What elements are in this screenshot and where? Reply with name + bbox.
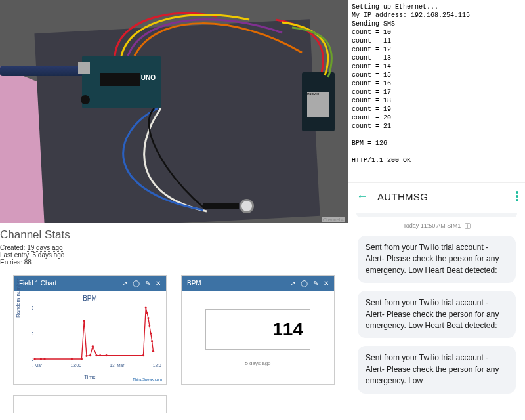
info-icon[interactable]: i [465,223,471,229]
day-separator: Today 11:50 AM SIM1 i [348,222,525,229]
arduino-power-jack [81,95,90,104]
channel-stats-lines: Created: 19 days ago Last entry: 5 days … [0,244,348,266]
svg-text:12:00: 12:00 [71,363,82,368]
empty-panel [13,395,167,413]
sms-bubble[interactable]: Sent from your Twilio trial account - Al… [358,346,516,393]
svg-point-7 [33,358,35,360]
day-label: Today 11:50 AM SIM1 [403,222,461,229]
svg-point-11 [81,358,83,360]
svg-point-18 [105,354,107,356]
panel-edit-icon[interactable]: ✎ [145,280,150,287]
bpm-panel-title: BPM [187,280,201,287]
svg-point-23 [148,325,150,327]
field-chart-body: BPM Random number 010020012. Mar12:0013.… [14,291,166,384]
header-shadow [356,213,517,217]
svg-point-21 [146,312,148,314]
sms-bubble[interactable]: Sent from your Twilio trial account - Al… [358,236,516,283]
svg-point-22 [147,317,149,319]
thingspeak-dashboard: Channel Stats Created: 19 days ago Last … [0,223,348,420]
svg-point-20 [145,306,147,308]
svg-point-16 [95,354,97,356]
bpm-panel-header: BPM ↗ ◯ ✎ ✕ [182,276,334,291]
svg-point-9 [43,358,45,360]
panel-refresh-icon[interactable]: ◯ [301,280,308,287]
entries-value: 88 [24,259,32,266]
svg-point-19 [142,354,144,356]
svg-point-26 [152,350,154,352]
svg-point-17 [99,354,101,356]
svg-text:200: 200 [32,306,33,310]
last-entry-value: 5 days ago [32,251,64,259]
sensor-plug [203,203,239,209]
svg-point-8 [40,358,42,360]
chart-ylabel: Random number [15,278,21,318]
arduino-chip [100,73,140,86]
svg-point-15 [92,345,94,347]
svg-point-10 [71,358,73,360]
arduino-label: UNO [141,74,156,81]
bpm-panel-body: 114 5 days ago [182,291,334,384]
channel-stats-heading: Channel Stats [0,228,348,242]
svg-text:0: 0 [32,357,33,362]
back-arrow-icon[interactable]: ← [356,190,368,203]
field-chart-title: Field 1 Chart [19,280,56,287]
chart-xlabel: Time [84,374,95,380]
usb-cable [0,66,85,76]
bpm-value: 114 [205,309,310,350]
field-chart-panel: Field 1 Chart ↗ ◯ ✎ ✕ BPM Random number … [13,275,167,385]
field-chart-header: Field 1 Chart ↗ ◯ ✎ ✕ [14,276,166,291]
panel-refresh-icon[interactable]: ◯ [133,280,140,287]
sender-title: AUTHMSG [377,191,428,202]
arduino-usb-port [78,62,90,74]
phone-screen: ← AUTHMSG Today 11:50 AM SIM1 i Sent fro… [348,182,525,420]
entries-label: Entries: [0,259,22,266]
last-entry-label: Last entry: [0,251,31,259]
created-label: Created: [0,244,25,251]
svg-text:100: 100 [32,331,33,336]
channel-watermark: Channel 4 [322,217,345,222]
bpm-panel: BPM ↗ ◯ ✎ ✕ 114 5 days ago [181,275,335,385]
chart-title: BPM [16,295,163,302]
serial-monitor: Setting up Ethernet... My IP address: 19… [348,0,525,182]
svg-point-12 [83,320,85,322]
ethernet-chip-label: HanRun [307,92,329,117]
panel-close-icon[interactable]: ✕ [156,280,161,287]
svg-point-13 [85,355,87,357]
svg-text:12. Mar: 12. Mar [32,363,43,368]
svg-point-14 [89,354,91,356]
surface-mat [34,19,320,223]
sms-bubble[interactable]: Sent from your Twilio trial account - Al… [358,291,516,338]
svg-point-25 [151,340,153,342]
panel-close-icon[interactable]: ✕ [324,280,329,287]
panel-export-icon[interactable]: ↗ [290,280,295,287]
phone-header: ← AUTHMSG [348,183,525,213]
svg-text:13. Mar: 13. Mar [110,363,125,368]
panel-edit-icon[interactable]: ✎ [313,280,318,287]
more-dots-icon[interactable] [516,191,518,201]
svg-point-24 [150,332,152,334]
arduino-board: UNO [82,56,161,108]
hardware-photo: UNO HanRun Channel 4 [0,0,348,223]
svg-text:12:00: 12:00 [153,363,161,368]
line-chart: 010020012. Mar12:0013. Mar12:00 [32,304,161,369]
pulse-sensor [240,199,254,213]
ethernet-module: HanRun [302,72,335,131]
panel-export-icon[interactable]: ↗ [122,280,127,287]
bpm-timestamp: 5 days ago [184,360,331,366]
chart-attribution: ThingSpeak.com [133,377,162,381]
